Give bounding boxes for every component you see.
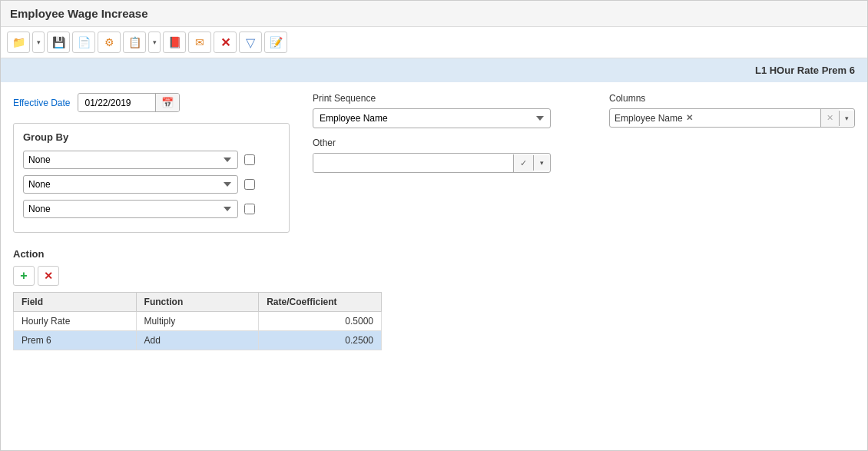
print-sequence-select[interactable]: Employee Name	[313, 108, 551, 128]
columns-input-wrapper: Employee Name ✕ ✕ ▾	[609, 108, 855, 128]
main-window: Employee Wage Increase 📁 ▾ 💾 📄 ⚙ 📋 ▾ 📕 ✉…	[0, 0, 868, 451]
doc-button[interactable]: 📄	[72, 32, 95, 53]
calendar-button[interactable]: 📅	[155, 94, 179, 111]
action-title: Action	[13, 248, 855, 260]
add-action-button[interactable]: +	[13, 266, 35, 286]
other-input-wrapper: ✓ ▾	[313, 153, 551, 173]
col-header-rate: Rate/Coefficient	[259, 293, 382, 312]
toolbar: 📁 ▾ 💾 📄 ⚙ 📋 ▾ 📕 ✉ ✕ ▽ 📝	[1, 27, 867, 58]
group-by-select-1[interactable]: None	[23, 151, 238, 169]
filter-button[interactable]: ▽	[239, 32, 262, 53]
group-by-row-3: None	[23, 200, 280, 218]
window-title: Employee Wage Increase	[10, 7, 148, 20]
column-tag-remove[interactable]: ✕	[686, 113, 693, 123]
column-tag-employee-name: Employee Name ✕	[615, 113, 693, 124]
title-bar: Employee Wage Increase	[1, 1, 867, 27]
columns-tag-area: Employee Name ✕	[610, 110, 820, 127]
cancel-button[interactable]: ✕	[214, 32, 237, 53]
row-function: Add	[136, 331, 259, 350]
columns-dropdown-btn[interactable]: ▾	[839, 111, 854, 126]
table-header-row: Field Function Rate/Coefficient	[14, 293, 382, 312]
date-input-wrapper: 📅	[78, 93, 180, 112]
columns-label: Columns	[609, 93, 855, 104]
group-by-section: Group By None None	[13, 123, 290, 233]
group-by-row-2: None	[23, 175, 280, 194]
table-row[interactable]: Hourly Rate Multiply 0.5000	[14, 312, 382, 331]
main-content: Effective Date 📅 Group By None	[1, 82, 867, 450]
other-dropdown-btn[interactable]: ▾	[533, 155, 550, 171]
left-column: Effective Date 📅 Group By None	[13, 93, 290, 233]
folder-button[interactable]: 📁	[7, 32, 30, 53]
group-by-title: Group By	[23, 131, 280, 143]
new-doc-button[interactable]: 📋	[123, 32, 146, 53]
gear-button[interactable]: ⚙	[98, 32, 121, 53]
other-input[interactable]	[313, 154, 513, 172]
row-function: Multiply	[136, 312, 259, 331]
print-sequence-section: Print Sequence Employee Name Other ✓ ▾	[313, 93, 586, 173]
pdf-button[interactable]: 📕	[163, 32, 186, 53]
action-section: Action + ✕ Field Function Rate/Coefficie…	[13, 248, 855, 350]
group-by-select-3[interactable]: None	[23, 200, 238, 218]
action-table: Field Function Rate/Coefficient Hourly R…	[13, 292, 382, 350]
col-header-function: Function	[136, 293, 259, 312]
row-field: Prem 6	[14, 331, 137, 350]
row-field: Hourly Rate	[14, 312, 137, 331]
other-check-btn[interactable]: ✓	[513, 154, 533, 172]
table-row[interactable]: Prem 6 Add 0.2500	[14, 331, 382, 350]
action-buttons: + ✕	[13, 266, 855, 286]
row-rate: 0.2500	[259, 331, 382, 350]
group-by-checkbox-1[interactable]	[244, 154, 255, 165]
col-header-field: Field	[14, 293, 137, 312]
section-header-text: L1 HOur Rate Prem 6	[755, 65, 855, 76]
section-header: L1 HOur Rate Prem 6	[1, 58, 867, 82]
remove-action-button[interactable]: ✕	[38, 266, 59, 286]
column-tag-text: Employee Name	[615, 113, 683, 124]
columns-section: Columns Employee Name ✕ ✕ ▾	[609, 93, 855, 128]
folder-dropdown[interactable]: ▾	[32, 32, 45, 53]
group-by-row-1: None	[23, 151, 280, 169]
group-by-select-2[interactable]: None	[23, 175, 238, 194]
sticky-button[interactable]: 📝	[264, 32, 287, 53]
row-rate: 0.5000	[259, 312, 382, 331]
effective-date-input[interactable]	[78, 95, 155, 111]
group-by-checkbox-2[interactable]	[244, 179, 255, 190]
email-button[interactable]: ✉	[188, 32, 211, 53]
save-button[interactable]: 💾	[47, 32, 70, 53]
group-by-checkbox-3[interactable]	[244, 204, 255, 214]
other-label: Other	[313, 138, 586, 148]
columns-clear-btn[interactable]: ✕	[820, 109, 839, 127]
new-doc-dropdown[interactable]: ▾	[148, 32, 161, 53]
print-sequence-label: Print Sequence	[313, 93, 586, 104]
effective-date-label: Effective Date	[13, 98, 70, 108]
